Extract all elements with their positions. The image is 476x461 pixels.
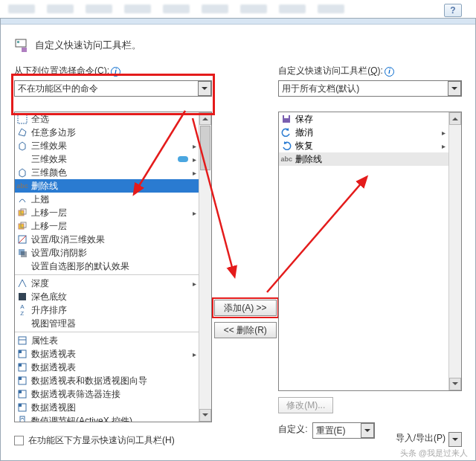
list-item[interactable]: 上翘 <box>15 193 199 206</box>
page-title: 自定义快速访问工具栏。 <box>35 39 141 52</box>
submenu-indicator-icon <box>441 127 447 138</box>
none-icon <box>16 260 28 272</box>
combo-dropdown-button[interactable] <box>361 423 374 438</box>
list-item[interactable]: abc删除线 <box>15 179 199 193</box>
list-item-label: 数据透视表和数据透视图向导 <box>31 375 197 387</box>
pivotchart-icon <box>16 402 28 413</box>
list-item[interactable]: 数据透视表 <box>15 361 199 374</box>
combo-dropdown-button[interactable] <box>448 81 461 96</box>
show-below-ribbon-checkbox[interactable] <box>14 436 24 445</box>
info-icon[interactable]: i <box>111 67 120 77</box>
list-item[interactable]: abc删除线 <box>279 152 448 166</box>
list-item[interactable]: 数据透视表筛选器连接 <box>15 387 199 401</box>
list-item-label: 设置自选图形的默认效果 <box>31 260 197 273</box>
list-item-label: 任意多边形 <box>31 126 197 139</box>
scroll-up[interactable] <box>199 112 211 125</box>
list-item[interactable]: 全选 <box>15 112 199 126</box>
list-item[interactable]: 上移一层 <box>15 206 199 219</box>
svg-rect-13 <box>19 337 26 344</box>
cancel3d-icon <box>16 233 28 245</box>
list-item-label: 深色底纹 <box>31 291 197 303</box>
svg-line-9 <box>19 236 26 243</box>
window-tabs-blur <box>1 1 431 17</box>
pivotwiz-icon <box>16 375 28 387</box>
list-item-label: 删除线 <box>31 180 197 193</box>
commands-source-value: 不在功能区中的命令 <box>18 83 98 95</box>
scroll-down[interactable] <box>449 378 461 390</box>
list-item-label: 视图管理器 <box>31 317 197 330</box>
list-item[interactable]: 数据透视表 <box>15 347 199 361</box>
list-item[interactable]: 撤消 <box>279 126 448 139</box>
list-item[interactable]: 视图管理器 <box>15 317 199 330</box>
svg-rect-3 <box>18 115 27 123</box>
list-item-label: 恢复 <box>295 140 438 152</box>
tilt-icon <box>16 193 28 205</box>
bringfwd-icon <box>16 207 28 219</box>
scrollbar[interactable] <box>199 112 211 422</box>
import-export-combo[interactable] <box>448 432 462 447</box>
watermark: 头条 @我是过来人 <box>400 448 468 459</box>
list-item[interactable]: 深色底纹 <box>15 290 199 303</box>
list-item-label: 上移一层 <box>31 207 188 219</box>
list-item[interactable]: 设置/取消阴影 <box>15 246 199 259</box>
polygon-icon <box>16 126 28 138</box>
svg-rect-2 <box>22 48 27 52</box>
list-item-label: 上翘 <box>31 193 197 206</box>
none-icon <box>16 317 28 329</box>
svg-rect-22 <box>19 390 22 393</box>
list-item-label: 保存 <box>295 113 447 126</box>
customize-qat-icon <box>14 38 29 53</box>
help-button[interactable]: ? <box>444 4 462 17</box>
list-item[interactable]: 上移一层 <box>15 219 199 233</box>
combo-dropdown-button[interactable] <box>448 432 462 447</box>
svg-rect-11 <box>21 251 27 257</box>
list-item-label: 属性表 <box>31 335 197 347</box>
commands-source-combo[interactable]: 不在功能区中的命令 <box>14 80 212 97</box>
submenu-indicator-icon <box>191 207 197 218</box>
sortaz-icon: AZ <box>16 304 28 316</box>
scroll-up[interactable] <box>449 112 461 125</box>
qat-target-label: 自定义快速访问工具栏(Q):i <box>278 65 462 77</box>
list-item[interactable]: 设置/取消三维效果 <box>15 233 199 246</box>
list-item[interactable]: 属性表 <box>15 334 199 347</box>
list-item[interactable]: 深度 <box>15 277 199 290</box>
bringfwd2-icon <box>16 220 28 232</box>
list-item[interactable]: 三维颜色 <box>15 166 199 179</box>
svg-rect-20 <box>19 377 22 380</box>
list-item[interactable]: 三维效果 <box>15 152 199 166</box>
list-item[interactable]: 保存 <box>279 112 448 126</box>
info-icon[interactable]: i <box>385 67 394 77</box>
depth-icon <box>16 277 28 289</box>
show-below-ribbon-label: 在功能区下方显示快速访问工具栏(H) <box>28 434 175 447</box>
scrollbar[interactable] <box>448 112 461 390</box>
list-item[interactable]: 数值调节钮(ActiveX 控件) <box>15 414 199 422</box>
list-item[interactable]: 数据透视表和数据透视图向导 <box>15 374 199 387</box>
list-item[interactable]: 恢复 <box>279 139 448 152</box>
remove-button[interactable]: << 删除(R) <box>214 322 277 338</box>
list-item-label: 上移一层 <box>31 220 197 233</box>
available-commands-list[interactable]: 全选任意多边形三维效果三维效果三维颜色abc删除线上翘上移一层上移一层设置/取消… <box>14 112 212 422</box>
list-item-label: 数据透视表筛选器连接 <box>31 388 197 401</box>
current-qat-list[interactable]: 保存撤消恢复abc删除线 <box>278 112 462 391</box>
svg-rect-28 <box>284 115 289 118</box>
add-button[interactable]: 添加(A) >> <box>214 300 277 316</box>
qat-target-combo[interactable]: 用于所有文档(默认) <box>278 80 462 97</box>
list-item[interactable]: 数据透视图 <box>15 401 199 414</box>
list-item-label: 设置/取消三维效果 <box>31 233 197 246</box>
list-item-label: 数据透视图 <box>31 402 197 414</box>
scroll-thumb[interactable] <box>200 126 210 170</box>
list-item[interactable]: 三维效果 <box>15 139 199 152</box>
svg-rect-1 <box>17 41 19 43</box>
list-item-label: 设置/取消阴影 <box>31 247 197 259</box>
none-icon <box>16 153 28 165</box>
combo-dropdown-button[interactable] <box>198 81 211 96</box>
list-item[interactable]: 设置自选图形的默认效果 <box>15 259 199 273</box>
reset-combo[interactable]: 重置(E) <box>312 422 375 439</box>
list-item[interactable]: AZ升序排序 <box>15 303 199 317</box>
submenu-indicator-icon <box>191 154 197 164</box>
redo-icon <box>280 140 292 152</box>
list-item[interactable]: 任意多边形 <box>15 126 199 139</box>
pivotfilter-icon <box>16 388 28 400</box>
separator <box>15 274 199 275</box>
scroll-down[interactable] <box>199 409 211 422</box>
